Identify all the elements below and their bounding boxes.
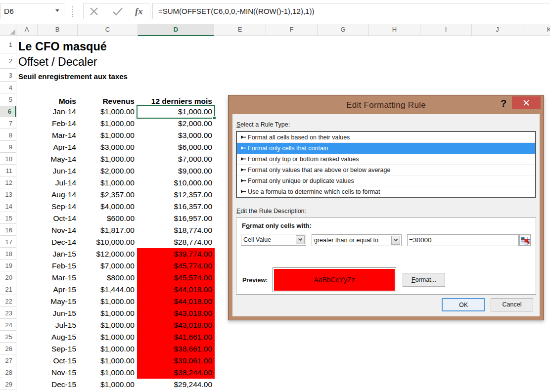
svg-text:fx: fx <box>135 6 143 16</box>
